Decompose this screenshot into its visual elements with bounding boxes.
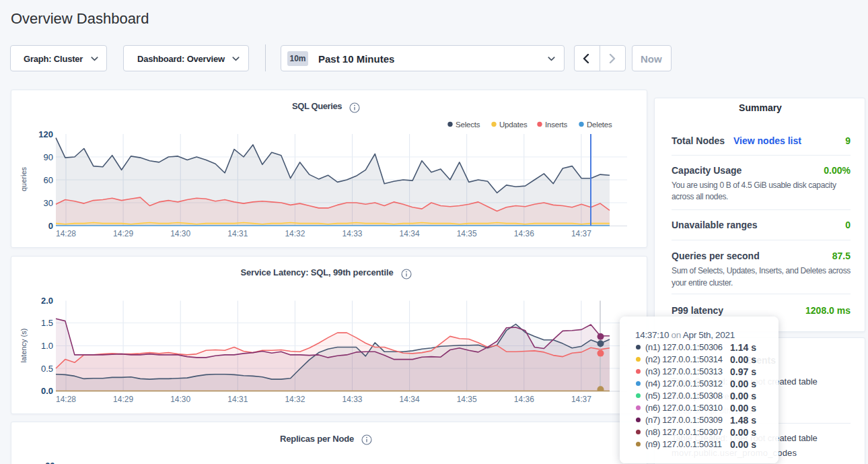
svg-text:14:33: 14:33 (342, 395, 362, 404)
svg-text:0.5: 0.5 (41, 364, 53, 374)
svg-text:14:36: 14:36 (514, 395, 534, 404)
svg-text:14:28: 14:28 (56, 229, 76, 238)
svg-text:14:30: 14:30 (170, 395, 190, 404)
svg-text:14:37: 14:37 (571, 229, 591, 238)
svg-text:14:31: 14:31 (227, 229, 248, 238)
svg-text:0: 0 (48, 221, 53, 231)
svg-text:60: 60 (44, 175, 53, 185)
svg-text:2.0: 2.0 (41, 296, 53, 306)
svg-text:Deletes: Deletes (587, 121, 612, 129)
svg-text:14:28: 14:28 (56, 395, 76, 404)
svg-text:14:33: 14:33 (342, 229, 362, 238)
svg-text:14:31: 14:31 (227, 395, 248, 404)
svg-text:14:29: 14:29 (113, 395, 133, 404)
svg-text:120: 120 (38, 129, 53, 139)
svg-text:14:34: 14:34 (400, 229, 420, 238)
svg-text:14:35: 14:35 (457, 229, 477, 238)
svg-text:14:37: 14:37 (571, 395, 591, 404)
svg-text:14:32: 14:32 (285, 229, 305, 238)
svg-text:90: 90 (44, 152, 53, 162)
svg-text:14:29: 14:29 (113, 229, 133, 238)
svg-text:14:35: 14:35 (457, 395, 477, 404)
svg-text:0.0: 0.0 (41, 386, 53, 396)
svg-text:14:34: 14:34 (400, 395, 420, 404)
svg-text:Updates: Updates (499, 121, 528, 129)
svg-text:30: 30 (44, 198, 53, 208)
svg-text:queries: queries (20, 166, 28, 191)
svg-text:1.0: 1.0 (41, 341, 53, 351)
svg-text:latency (s): latency (s) (20, 329, 28, 363)
svg-text:14:36: 14:36 (514, 229, 534, 238)
svg-text:14:32: 14:32 (285, 395, 305, 404)
svg-text:14:30: 14:30 (170, 229, 190, 238)
svg-text:Selects: Selects (456, 121, 480, 129)
svg-text:Inserts: Inserts (545, 121, 568, 129)
svg-text:1.5: 1.5 (41, 318, 53, 328)
